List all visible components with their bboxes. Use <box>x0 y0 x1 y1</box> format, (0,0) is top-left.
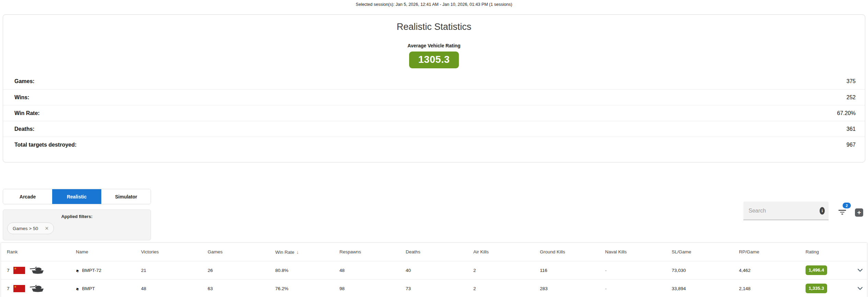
stat-row-win-rate: Win Rate: 67.20% <box>3 105 865 121</box>
rp-game-cell: 4,462 <box>733 268 800 273</box>
naval-kills-cell: - <box>599 286 666 291</box>
table-controls: i 2 + <box>743 202 863 220</box>
rank-cell: 7 ★ <box>1 285 70 292</box>
rp-game-cell: 2,148 <box>733 286 800 291</box>
statistics-title: Realistic Statistics <box>3 22 865 32</box>
rating-badge: 1,496.4 <box>806 265 827 275</box>
col-header-name[interactable]: Name <box>70 249 135 254</box>
premium-vehicle-icon: ♠ <box>75 267 80 274</box>
chevron-down-icon <box>857 287 863 290</box>
col-header-label: Win Rate <box>275 250 294 255</box>
stat-label: Deaths: <box>14 126 35 132</box>
name-cell: ♠ BMPT-72 <box>70 267 135 273</box>
stat-value: 361 <box>846 126 856 132</box>
deaths-cell: 73 <box>400 286 467 291</box>
rank-cell: 7 ★ <box>1 266 70 274</box>
filter-count-badge: 2 <box>843 203 851 208</box>
col-header-naval-kills[interactable]: Naval Kills <box>599 249 666 254</box>
col-header-rating[interactable]: Rating <box>800 249 837 254</box>
rank-value: 7 <box>7 286 10 291</box>
deaths-cell: 40 <box>400 268 467 273</box>
stat-row-wins: Wins: 252 <box>3 89 865 105</box>
victories-cell: 21 <box>135 268 202 273</box>
sort-desc-arrow-icon: ↓ <box>297 249 299 255</box>
col-header-sl-game[interactable]: SL/Game <box>666 249 733 254</box>
search-box: i <box>743 202 829 220</box>
tab-arcade[interactable]: Arcade <box>3 189 52 204</box>
victories-cell: 48 <box>135 286 202 291</box>
sl-game-cell: 73,030 <box>666 268 733 273</box>
average-rating-badge: 1305.3 <box>409 52 459 68</box>
vehicle-name: BMPT <box>82 286 95 291</box>
rating-cell: 1,335.3 <box>800 284 837 293</box>
sl-game-cell: 33,894 <box>666 286 733 291</box>
stat-label: Win Rate: <box>14 110 40 116</box>
statistics-summary-card: Realistic Statistics Average Vehicle Rat… <box>3 14 865 162</box>
respawns-cell: 48 <box>334 268 400 273</box>
selected-sessions-text: Selected session(s): Jan 5, 2026, 12:41 … <box>0 2 868 7</box>
search-input[interactable] <box>749 208 820 214</box>
col-header-rank[interactable]: Rank <box>1 249 70 254</box>
vehicle-name: BMPT-72 <box>82 268 101 273</box>
naval-kills-cell: - <box>599 268 666 273</box>
flag-emblem-icon: ★ <box>14 267 17 270</box>
applied-filters-title: Applied filters: <box>3 214 151 219</box>
average-rating-badge-wrap: 1305.3 <box>3 52 865 68</box>
stat-row-games: Games: 375 <box>3 73 865 89</box>
vehicle-stats-table: Rank Name Victories Games Win Rate↓ Resp… <box>1 243 867 297</box>
tab-simulator[interactable]: Simulator <box>101 189 151 204</box>
rank-value: 7 <box>7 268 10 273</box>
stat-label: Total targets destroyed: <box>14 142 77 148</box>
filter-chip-games-gt-50[interactable]: Games > 50 × <box>7 222 54 234</box>
games-cell: 63 <box>202 286 269 291</box>
add-filter-button[interactable]: + <box>855 208 863 217</box>
average-vehicle-rating-label: Average Vehicle Rating <box>3 43 865 48</box>
respawns-cell: 98 <box>334 286 400 291</box>
stat-row-deaths: Deaths: 361 <box>3 121 865 137</box>
ground-kills-cell: 116 <box>534 268 599 273</box>
ussr-flag-icon: ★ <box>13 267 25 274</box>
tab-realistic[interactable]: Realistic <box>52 189 101 204</box>
stat-value: 375 <box>846 78 856 84</box>
air-kills-cell: 2 <box>467 286 534 291</box>
premium-vehicle-icon: ♠ <box>75 285 80 292</box>
table-header-row: Rank Name Victories Games Win Rate↓ Resp… <box>1 243 867 261</box>
stat-row-targets-destroyed: Total targets destroyed: 967 <box>3 137 865 152</box>
expand-cell[interactable] <box>837 269 867 272</box>
expand-cell[interactable] <box>837 287 867 290</box>
filter-chip-label: Games > 50 <box>13 226 38 231</box>
tank-icon <box>30 266 45 274</box>
stat-value: 967 <box>846 142 856 148</box>
col-header-air-kills[interactable]: Air Kills <box>467 249 534 254</box>
applied-filters-panel: Applied filters: Games > 50 × <box>3 209 151 240</box>
table-row-bmpt[interactable]: 7 ★ ♠ BMPT 48 63 76.2% 98 73 <box>1 279 867 297</box>
stat-label: Games: <box>14 78 35 84</box>
info-icon[interactable]: i <box>820 207 825 215</box>
plus-icon: + <box>857 209 861 216</box>
flag-emblem-icon: ★ <box>14 285 17 288</box>
table-row-bmpt-72[interactable]: 7 ★ ♠ BMPT-72 21 26 80.8% 48 40 <box>1 261 867 279</box>
tank-icon <box>30 285 45 292</box>
col-header-games[interactable]: Games <box>202 249 269 254</box>
page: Selected session(s): Jan 5, 2026, 12:41 … <box>0 0 868 297</box>
stat-label: Wins: <box>14 94 29 101</box>
col-header-ground-kills[interactable]: Ground Kills <box>534 249 599 254</box>
ussr-flag-icon: ★ <box>13 285 25 292</box>
rating-cell: 1,496.4 <box>800 265 837 275</box>
col-header-win-rate[interactable]: Win Rate↓ <box>269 249 334 255</box>
games-cell: 26 <box>202 268 269 273</box>
stat-value: 67.20% <box>837 110 856 116</box>
rating-badge: 1,335.3 <box>806 284 827 293</box>
name-cell: ♠ BMPT <box>70 286 135 292</box>
chip-close-icon[interactable]: × <box>45 225 49 231</box>
win-rate-cell: 80.8% <box>269 268 334 273</box>
col-header-victories[interactable]: Victories <box>135 249 202 254</box>
col-header-respawns[interactable]: Respawns <box>334 249 400 254</box>
col-header-deaths[interactable]: Deaths <box>400 249 467 254</box>
chevron-down-icon <box>857 269 863 272</box>
filter-button[interactable]: 2 <box>838 208 847 216</box>
col-header-rp-game[interactable]: RP/Game <box>733 249 800 254</box>
ground-kills-cell: 283 <box>534 286 599 291</box>
mode-tabs: Arcade Realistic Simulator <box>3 189 151 204</box>
filter-list-icon <box>838 210 846 215</box>
